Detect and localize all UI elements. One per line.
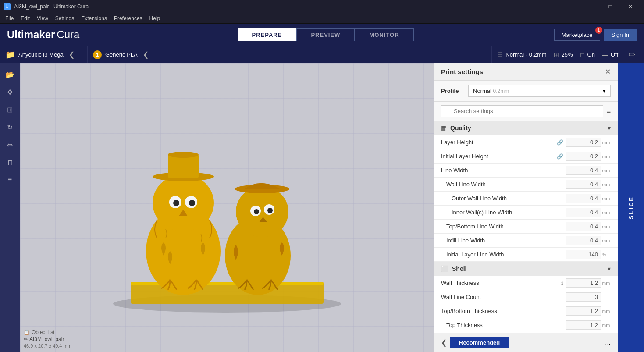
marketplace-badge: 1 <box>595 27 602 34</box>
infill-icon: ⊞ <box>554 51 559 58</box>
inner-wall-line-width-value[interactable]: 0.4 <box>566 208 601 217</box>
marketplace-button[interactable]: Marketplace 1 <box>554 29 600 41</box>
material-badge: 1 <box>93 50 102 59</box>
infill-line-width-value[interactable]: 0.4 <box>566 236 601 245</box>
shell-section-header[interactable]: ⬜ Shell ▾ <box>434 262 618 276</box>
search-input[interactable] <box>441 105 603 117</box>
tool-mirror[interactable]: ⇔ <box>2 137 18 153</box>
window-controls: ─ □ ✕ <box>580 0 640 13</box>
top-bottom-thickness-row: Top/Bottom Thickness 1.2 mm <box>434 304 618 318</box>
object-list-label[interactable]: Object list <box>32 329 55 335</box>
outer-wall-line-width-value[interactable]: 0.4 <box>566 194 601 203</box>
svg-point-4 <box>153 174 214 231</box>
profile-select[interactable]: Normal 0.2mm ▾ <box>468 85 611 97</box>
wall-thickness-info-icon[interactable]: ℹ <box>561 280 563 286</box>
layer-height-link-icon[interactable]: 🔗 <box>557 139 563 146</box>
profile-value: Normal - 0.2mm <box>505 51 546 58</box>
outer-wall-line-width-unit: mm <box>602 196 611 201</box>
slice-button[interactable]: SLICE <box>618 63 644 352</box>
app-icon: U <box>4 3 11 10</box>
wall-line-width-unit: mm <box>602 182 611 187</box>
material-nav[interactable]: ❮ <box>141 50 150 59</box>
layer-height-unit: mm <box>602 140 611 145</box>
object-list-icon: 📋 <box>24 330 30 335</box>
signin-button[interactable]: Sign In <box>604 29 637 41</box>
3d-viewport[interactable]: 📋 Object list ✏ AI3M_owl_pair 46.9 x 20.… <box>20 63 434 352</box>
tool-scale[interactable]: ⊞ <box>2 102 18 117</box>
quality-section-name: Quality <box>450 124 471 132</box>
quality-section-header[interactable]: ▦ Quality ▾ <box>434 121 618 135</box>
initial-layer-height-link-icon[interactable]: 🔗 <box>557 153 563 160</box>
wall-line-width-row: Wall Line Width 0.4 mm <box>434 178 618 192</box>
top-bottom-line-width-value[interactable]: 0.4 <box>566 222 601 231</box>
top-thickness-value[interactable]: 1.2 <box>566 320 601 330</box>
menu-file[interactable]: File <box>2 14 17 22</box>
printer-nav-prev[interactable]: ❮ <box>67 50 76 59</box>
wall-line-width-value[interactable]: 0.4 <box>566 180 601 189</box>
nav-tabs: PREPARE PREVIEW MONITOR <box>97 28 554 41</box>
tool-open[interactable]: 📂 <box>2 67 18 82</box>
menu-settings[interactable]: Settings <box>52 14 78 22</box>
inner-wall-line-width-unit: mm <box>602 210 611 215</box>
menu-preferences[interactable]: Preferences <box>110 14 146 22</box>
initial-layer-height-value[interactable]: 0.2 <box>566 152 601 161</box>
menu-help[interactable]: Help <box>146 14 164 22</box>
profile-chevron-icon: ▾ <box>603 88 606 94</box>
supports-icon: ⊓ <box>580 51 585 58</box>
panel-title: Print settings <box>441 68 483 75</box>
quality-section-left: ▦ Quality <box>441 124 471 132</box>
close-button[interactable]: ✕ <box>620 0 640 13</box>
tab-prepare[interactable]: PREPARE <box>238 28 297 41</box>
nav-right: Marketplace 1 Sign In <box>554 29 637 41</box>
menu-view[interactable]: View <box>33 14 52 22</box>
layer-height-value[interactable]: 0.2 <box>566 138 601 147</box>
line-width-row: Line Width 0.4 mm <box>434 164 618 178</box>
minimize-button[interactable]: ─ <box>580 0 600 13</box>
initial-layer-line-width-label: Initial Layer Line Width <box>446 251 566 258</box>
wall-thickness-value[interactable]: 1.2 <box>566 278 601 288</box>
adhesion-setting: — Off <box>602 51 618 58</box>
settings-menu-icon[interactable]: ≡ <box>607 107 611 115</box>
material-section: 1 Generic PLA ❮ <box>88 46 491 63</box>
panel-close-button[interactable]: ✕ <box>605 68 611 76</box>
tool-layers[interactable]: ≡ <box>2 172 18 188</box>
initial-layer-line-width-row: Initial Layer Line Width 140 % <box>434 248 618 262</box>
infill-line-width-row: Infill Line Width 0.4 mm <box>434 234 618 248</box>
tab-monitor[interactable]: MONITOR <box>355 28 413 41</box>
tool-rotate[interactable]: ↻ <box>2 119 18 135</box>
dots-menu-icon[interactable]: … <box>605 339 611 346</box>
maximize-button[interactable]: □ <box>600 0 620 13</box>
quality-section-icon: ▦ <box>441 124 447 132</box>
tool-support[interactable]: ⊓ <box>2 154 18 170</box>
tab-preview[interactable]: PREVIEW <box>296 28 355 41</box>
settings-edit-icon[interactable]: ✏ <box>625 50 639 60</box>
left-toolbar: 📂 ✥ ⊞ ↻ ⇔ ⊓ ≡ <box>0 63 20 352</box>
adhesion-icon: — <box>602 51 608 58</box>
top-bottom-line-width-label: Top/Bottom Line Width <box>446 223 566 230</box>
initial-layer-height-unit: mm <box>602 154 611 159</box>
menu-extensions[interactable]: Extensions <box>78 14 110 22</box>
settings-scroll-area[interactable]: ▦ Quality ▾ Layer Height 🔗 0.2 mm Initia… <box>434 121 618 333</box>
initial-layer-height-label: Initial Layer Height <box>441 153 557 160</box>
menu-edit[interactable]: Edit <box>17 14 33 22</box>
wall-line-count-value[interactable]: 3 <box>566 292 601 302</box>
shell-section-icon: ⬜ <box>441 265 448 272</box>
material-name: Generic PLA <box>105 51 138 58</box>
search-wrapper: 🔍 <box>441 105 603 117</box>
recommended-button[interactable]: Recommended <box>450 337 509 348</box>
svg-point-14 <box>236 186 288 237</box>
bottom-info: 📋 Object list ✏ AI3M_owl_pair 46.9 x 20.… <box>24 329 71 348</box>
initial-layer-line-width-value[interactable]: 140 <box>566 250 601 259</box>
adhesion-value: Off <box>611 51 618 58</box>
recommended-chevron-icon[interactable]: ❮ <box>441 338 447 347</box>
line-width-value[interactable]: 0.4 <box>566 166 601 175</box>
svg-point-7 <box>168 152 199 158</box>
titlebar: U AI3M_owl_pair - Ultimaker Cura ─ □ ✕ <box>0 0 644 13</box>
tool-move[interactable]: ✥ <box>2 84 18 100</box>
initial-layer-height-row: Initial Layer Height 🔗 0.2 mm <box>434 149 618 164</box>
layer-height-label: Layer Height <box>441 139 557 146</box>
top-bottom-thickness-value[interactable]: 1.2 <box>566 306 601 316</box>
top-bottom-line-width-unit: mm <box>602 224 611 229</box>
folder-icon: 📁 <box>5 50 15 60</box>
wall-line-width-label: Wall Line Width <box>446 181 566 188</box>
